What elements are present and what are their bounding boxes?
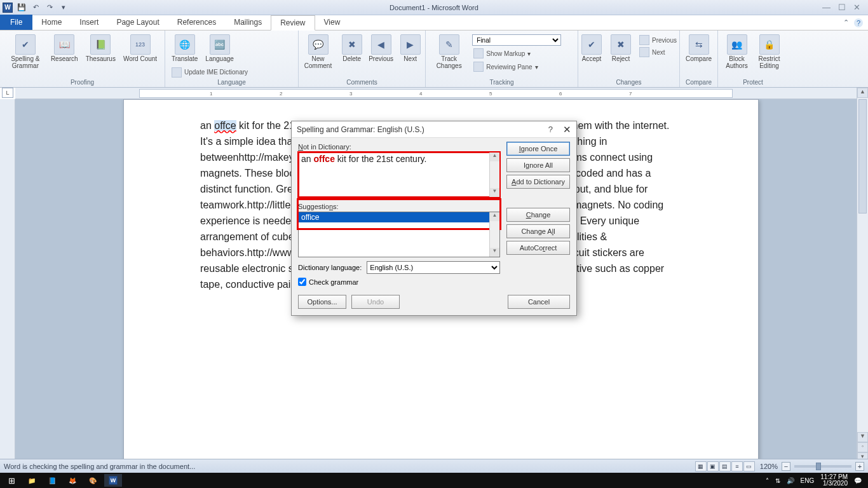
display-for-review-select[interactable]: Final bbox=[472, 34, 561, 46]
spelling-grammar-dialog: Spelling and Grammar: English (U.S.) ? ✕… bbox=[291, 121, 577, 316]
error-word: offce bbox=[313, 154, 334, 164]
reject-button[interactable]: ✖Reject bbox=[607, 33, 634, 64]
change-button[interactable]: Change bbox=[506, 208, 570, 222]
start-button[interactable]: ⊞ bbox=[3, 474, 20, 487]
autocorrect-button[interactable]: AutoCorrect bbox=[506, 241, 570, 255]
scroll-down-icon[interactable]: ▼ bbox=[857, 432, 868, 442]
ignore-all-button[interactable]: Ignore All bbox=[506, 158, 570, 172]
file-tab[interactable]: File bbox=[0, 15, 32, 30]
view-full-screen-icon[interactable]: ▣ bbox=[707, 461, 719, 471]
prev-change-button[interactable]: Previous bbox=[637, 34, 679, 46]
suggestions-label: Suggestions: bbox=[298, 203, 500, 210]
taskbar-word-icon[interactable]: W bbox=[104, 474, 122, 487]
dialog-title: Spelling and Grammar: English (U.S.) bbox=[297, 125, 548, 134]
status-bar: Word is checking the spelling and gramma… bbox=[0, 459, 868, 473]
prev-page-icon[interactable]: ◦ bbox=[857, 442, 868, 452]
minimize-button[interactable]: — bbox=[822, 3, 831, 12]
prev-comment-button[interactable]: ◀Previous bbox=[368, 33, 395, 64]
tray-volume-icon[interactable]: 🔊 bbox=[787, 477, 794, 484]
not-in-dictionary-textbox[interactable]: an offce kit for the 21st century. ▲▼ bbox=[298, 152, 500, 198]
qat-save-icon[interactable]: 💾 bbox=[17, 3, 27, 13]
tray-chevron-icon[interactable]: ˄ bbox=[766, 477, 769, 484]
vertical-ruler: L bbox=[0, 99, 15, 463]
view-draft-icon[interactable]: ▭ bbox=[743, 461, 755, 471]
ribbon-minimize-icon[interactable]: ⌃ bbox=[843, 18, 849, 27]
suggestions-listbox[interactable]: office ▲▼ bbox=[298, 212, 500, 257]
tab-review[interactable]: Review bbox=[271, 15, 315, 30]
reviewing-pane-button[interactable]: Reviewing Pane ▾ bbox=[471, 61, 574, 72]
tab-view[interactable]: View bbox=[315, 15, 349, 30]
zoom-slider[interactable] bbox=[794, 465, 851, 468]
view-web-layout-icon[interactable]: ▤ bbox=[719, 461, 731, 471]
track-changes-button[interactable]: ✎Track Changes bbox=[430, 33, 468, 71]
qat-redo-icon[interactable]: ↷ bbox=[44, 3, 55, 13]
delete-comment-button[interactable]: ✖Delete bbox=[339, 33, 365, 64]
qat-customize-icon[interactable]: ▾ bbox=[58, 3, 69, 13]
tab-insert[interactable]: Insert bbox=[71, 15, 107, 30]
ribbon: ✔Spelling & Grammar 📖Research 📗Thesaurus… bbox=[0, 30, 868, 88]
spelling-grammar-button[interactable]: ✔Spelling & Grammar bbox=[5, 33, 46, 71]
undo-button: Undo bbox=[351, 295, 400, 309]
scroll-thumb[interactable] bbox=[858, 99, 867, 214]
change-all-button[interactable]: Change All bbox=[506, 224, 570, 238]
restrict-editing-button[interactable]: 🔒Restrict Editing bbox=[754, 33, 784, 71]
accept-button[interactable]: ✔Accept bbox=[578, 33, 605, 64]
dialog-help-icon[interactable]: ? bbox=[548, 125, 553, 134]
check-grammar-checkbox[interactable]: Check grammar bbox=[298, 278, 500, 286]
tray-network-icon[interactable]: ⇅ bbox=[775, 477, 780, 484]
next-comment-button[interactable]: ▶Next bbox=[397, 33, 424, 64]
research-button[interactable]: 📖Research bbox=[48, 33, 81, 64]
new-comment-button[interactable]: 💬New Comment bbox=[300, 33, 336, 71]
next-change-button[interactable]: Next bbox=[637, 46, 679, 58]
language-button[interactable]: 🔤Language bbox=[203, 33, 236, 64]
update-ime-button[interactable]: Update IME Dictionary bbox=[169, 67, 252, 78]
maximize-button[interactable]: ☐ bbox=[838, 3, 846, 12]
dialog-titlebar: Spelling and Grammar: English (U.S.) ? ✕ bbox=[292, 121, 576, 138]
show-markup-button[interactable]: Show Markup ▾ bbox=[471, 48, 574, 59]
options-button[interactable]: Options... bbox=[298, 295, 346, 309]
compare-button[interactable]: ⇆Compare bbox=[683, 33, 714, 64]
view-outline-icon[interactable]: ≡ bbox=[731, 461, 743, 471]
block-authors-button[interactable]: 👥Block Authors bbox=[722, 33, 752, 71]
tray-language[interactable]: ENG bbox=[801, 477, 815, 484]
group-language: Language bbox=[169, 78, 294, 87]
tab-mailings[interactable]: Mailings bbox=[225, 15, 271, 30]
zoom-level[interactable]: 120% bbox=[760, 463, 778, 470]
dialog-close-icon[interactable]: ✕ bbox=[563, 124, 571, 135]
misspelled-word: offce bbox=[214, 120, 236, 131]
suggestion-item[interactable]: office bbox=[299, 212, 499, 222]
taskbar-explorer-icon[interactable]: 📁 bbox=[23, 474, 41, 487]
title-bar: W 💾 ↶ ↷ ▾ Document1 - Microsoft Word — ☐… bbox=[0, 0, 868, 15]
group-changes: Changes bbox=[582, 78, 675, 87]
dictionary-language-select[interactable]: English (U.S.) bbox=[367, 261, 500, 274]
help-icon[interactable]: ? bbox=[854, 18, 863, 27]
group-comments: Comments bbox=[302, 78, 421, 87]
taskbar-firefox-icon[interactable]: 🦊 bbox=[64, 474, 81, 487]
view-print-layout-icon[interactable]: ▦ bbox=[695, 461, 707, 471]
tab-page-layout[interactable]: Page Layout bbox=[107, 15, 168, 30]
word-count-button[interactable]: 123Word Count bbox=[121, 33, 159, 64]
close-button[interactable]: ✕ bbox=[853, 3, 860, 12]
tray-clock[interactable]: 11:27 PM1/3/2020 bbox=[820, 474, 848, 487]
ribbon-tabs: File Home Insert Page Layout References … bbox=[0, 15, 868, 30]
add-to-dictionary-button[interactable]: Add to Dictionary bbox=[506, 175, 570, 189]
group-protect: Protect bbox=[722, 78, 784, 87]
zoom-in-button[interactable]: + bbox=[855, 462, 864, 471]
group-compare: Compare bbox=[684, 78, 714, 87]
vertical-scrollbar[interactable]: ▲ ▼ ◦ ▾ bbox=[857, 88, 868, 463]
window-title: Document1 - Microsoft Word bbox=[390, 4, 478, 11]
scroll-up-icon[interactable]: ▲ bbox=[857, 88, 868, 98]
taskbar-paint-icon[interactable]: 🎨 bbox=[84, 474, 102, 487]
translate-button[interactable]: 🌐Translate bbox=[169, 33, 200, 64]
not-in-dictionary-label: Not in Dictionary: bbox=[298, 143, 500, 151]
zoom-out-button[interactable]: − bbox=[782, 462, 790, 471]
group-proofing: Proofing bbox=[4, 78, 161, 87]
tray-notifications-icon[interactable]: 💬 bbox=[854, 477, 862, 484]
taskbar-notepad-icon[interactable]: 📘 bbox=[43, 474, 61, 487]
tab-references[interactable]: References bbox=[168, 15, 225, 30]
qat-undo-icon[interactable]: ↶ bbox=[31, 3, 41, 13]
cancel-button[interactable]: Cancel bbox=[508, 295, 570, 309]
ignore-once-button[interactable]: Ignore Once bbox=[506, 142, 570, 156]
thesaurus-button[interactable]: 📗Thesaurus bbox=[83, 33, 118, 64]
tab-home[interactable]: Home bbox=[32, 15, 71, 30]
